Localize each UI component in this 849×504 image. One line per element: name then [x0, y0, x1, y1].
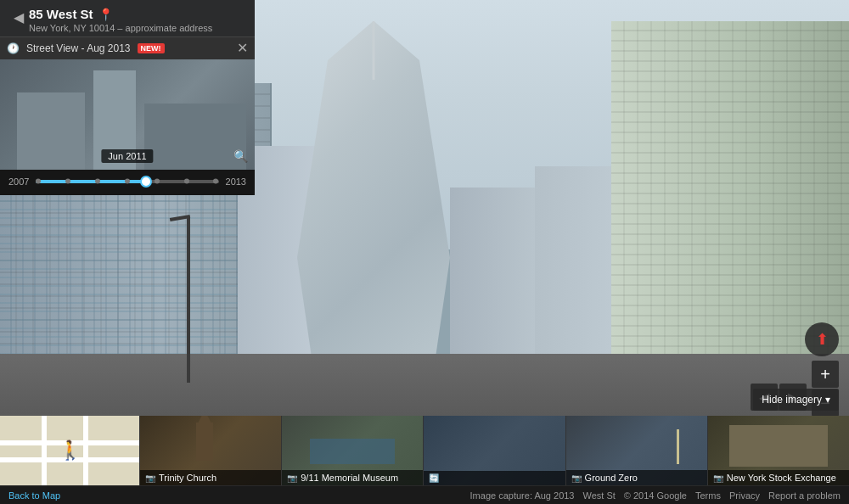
- thumbnail-nyse[interactable]: 📷 New York Stock Exchange: [708, 416, 849, 485]
- memorial-water: [310, 439, 395, 464]
- compass[interactable]: [805, 322, 839, 356]
- camera-icon-4: 📷: [571, 473, 582, 483]
- start-year: 2007: [8, 176, 29, 187]
- zoom-in-button[interactable]: +: [812, 361, 839, 388]
- street-lamp: [187, 216, 190, 383]
- thumbnail-pool[interactable]: 🔄: [424, 416, 565, 485]
- thumbnail-ground-zero[interactable]: 📷 Ground Zero: [566, 416, 708, 485]
- new-badge: NEW!: [138, 43, 165, 53]
- dot-7: [213, 179, 218, 184]
- nyse-columns: [729, 425, 828, 467]
- dot-2: [65, 179, 70, 184]
- camera-icon-3: 🔄: [429, 473, 439, 483]
- thumbnails-row: 🚶 📷 Trinity Church 📷 9/11 Memorial Museu…: [0, 416, 849, 485]
- street-view-label: Street View - Aug 2013: [26, 42, 131, 54]
- back-to-map-link[interactable]: Back to Map: [8, 490, 60, 501]
- map-street-v2: [83, 416, 88, 485]
- copyright-text: © 2014 Google: [624, 490, 687, 501]
- slider-thumb[interactable]: [140, 176, 152, 188]
- hide-imagery-label: Hide imagery: [762, 394, 822, 406]
- west-st-link[interactable]: West St: [583, 490, 616, 501]
- terms-link[interactable]: Terms: [695, 490, 721, 501]
- street-ground: [0, 354, 849, 417]
- church-spire: [196, 423, 213, 461]
- bottom-info: Image capture: Aug 2013 West St © 2014 G…: [470, 490, 841, 501]
- street-view-bar: 🕐 Street View - Aug 2013 NEW! ✕: [0, 36, 255, 59]
- back-button[interactable]: ◀: [8, 7, 29, 27]
- dot-4: [125, 179, 130, 184]
- dot-3: [95, 179, 100, 184]
- camera-icon-5: 📷: [713, 473, 723, 483]
- pegman-icon: 🚶: [59, 440, 82, 462]
- map-thumbnail[interactable]: 🚶: [0, 416, 140, 485]
- thumbnail-nyse-label: 📷 New York Stock Exchange: [708, 470, 849, 485]
- thumbnail-memorial-text: 9/11 Memorial Museum: [301, 473, 398, 483]
- map-background: 🚶: [0, 416, 139, 485]
- map-street-v1: [42, 416, 47, 485]
- info-header: ◀ 85 West St 📍 New York, NY 10014 – appr…: [0, 0, 255, 36]
- bottom-bar: Back to Map Image capture: Aug 2013 West…: [0, 485, 849, 504]
- dot-1: [36, 179, 41, 184]
- address-title-text: 85 West St: [29, 7, 93, 21]
- thumbnail-memorial-label: 📷 9/11 Memorial Museum: [282, 470, 423, 485]
- thumbnail-date: Jun 2011: [101, 149, 153, 163]
- thumbnail-preview[interactable]: Jun 2011 🔍: [0, 59, 255, 170]
- preview-building-3: [144, 104, 246, 170]
- camera-icon-2: 📷: [287, 473, 297, 483]
- thumbnail-trinity-church[interactable]: 📷 Trinity Church: [140, 416, 282, 485]
- thumbnail-ground-label: 📷 Ground Zero: [566, 470, 707, 485]
- slider-dots: [36, 180, 218, 184]
- address-subtitle: New York, NY 10014 – approximate address: [29, 23, 246, 33]
- hide-imagery-button[interactable]: Hide imagery ▾: [753, 389, 839, 411]
- image-capture-text: Image capture: Aug 2013: [470, 490, 575, 501]
- timeline-slider[interactable]: 2007 2013: [0, 170, 255, 195]
- dot-6: [184, 179, 189, 184]
- report-problem-link[interactable]: Report a problem: [768, 490, 841, 501]
- ground-crane: [677, 429, 679, 464]
- thumbnail-trinity-text: Trinity Church: [159, 473, 216, 483]
- clock-icon: 🕐: [7, 42, 20, 54]
- end-year: 2013: [226, 176, 246, 187]
- dot-5: [155, 179, 160, 184]
- bottom-strip: 🚶 📷 Trinity Church 📷 9/11 Memorial Museu…: [0, 416, 849, 504]
- chevron-down-icon: ▾: [825, 394, 830, 406]
- thumbnail-nyse-text: New York Stock Exchange: [727, 473, 836, 483]
- zoom-thumbnail-icon[interactable]: 🔍: [233, 149, 248, 163]
- close-street-view-button[interactable]: ✕: [237, 42, 248, 55]
- timeline-panel: Jun 2011 🔍 2007 2013: [0, 59, 255, 195]
- pin-icon: 📍: [98, 8, 113, 21]
- thumbnail-trinity-label: 📷 Trinity Church: [140, 470, 281, 485]
- thumbnail-memorial-museum[interactable]: 📷 9/11 Memorial Museum: [282, 416, 424, 485]
- address-title: 85 West St 📍: [29, 7, 246, 21]
- camera-icon-1: 📷: [145, 473, 155, 483]
- info-panel: ◀ 85 West St 📍 New York, NY 10014 – appr…: [0, 0, 255, 195]
- privacy-link[interactable]: Privacy: [729, 490, 760, 501]
- thumbnail-pool-label: 🔄: [424, 471, 565, 485]
- thumbnail-ground-text: Ground Zero: [585, 473, 638, 483]
- preview-building-1: [17, 92, 85, 170]
- address-block: 85 West St 📍 New York, NY 10014 – approx…: [29, 7, 246, 33]
- slider-track[interactable]: [36, 180, 218, 183]
